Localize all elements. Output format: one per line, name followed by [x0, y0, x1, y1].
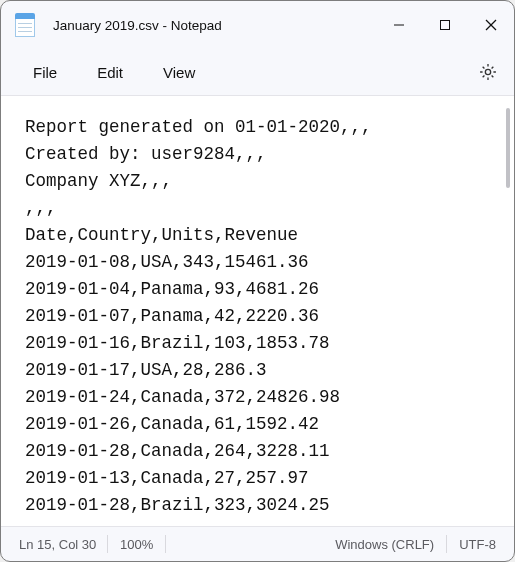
status-zoom[interactable]: 100% — [108, 537, 165, 552]
menu-bar: File Edit View — [1, 49, 514, 95]
status-encoding: UTF-8 — [447, 537, 508, 552]
text-editor[interactable]: Report generated on 01-01-2020,,, Create… — [1, 96, 514, 526]
window-title: January 2019.csv - Notepad — [53, 18, 222, 33]
editor-area: Report generated on 01-01-2020,,, Create… — [1, 95, 514, 527]
status-bar: Ln 15, Col 30 100% Windows (CRLF) UTF-8 — [1, 527, 514, 561]
window-controls — [376, 1, 514, 49]
minimize-button[interactable] — [376, 1, 422, 49]
svg-point-4 — [485, 69, 490, 74]
title-bar: January 2019.csv - Notepad — [1, 1, 514, 49]
maximize-button[interactable] — [422, 1, 468, 49]
notepad-window: January 2019.csv - Notepad File Edit Vie… — [0, 0, 515, 562]
menu-edit[interactable]: Edit — [77, 56, 143, 89]
vertical-scrollbar[interactable] — [506, 108, 510, 188]
notepad-icon — [15, 13, 35, 37]
svg-rect-1 — [441, 21, 450, 30]
status-cursor: Ln 15, Col 30 — [19, 537, 107, 552]
status-line-ending: Windows (CRLF) — [323, 537, 446, 552]
menu-view[interactable]: View — [143, 56, 215, 89]
menu-file[interactable]: File — [13, 56, 77, 89]
close-button[interactable] — [468, 1, 514, 49]
settings-button[interactable] — [468, 52, 508, 92]
